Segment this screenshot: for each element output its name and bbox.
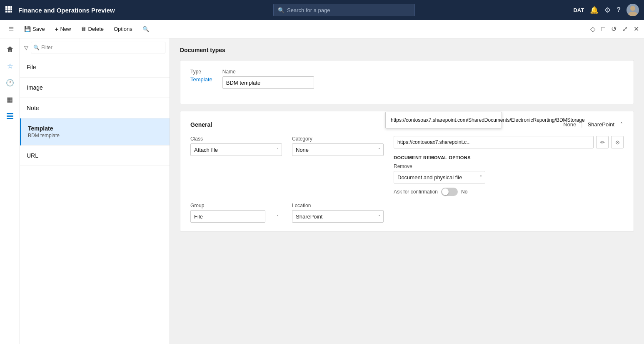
location-select[interactable]: SharePoint bbox=[292, 210, 384, 223]
global-search[interactable]: 🔍 Search for a page bbox=[273, 4, 415, 16]
type-name-row: Type Template Name bbox=[190, 69, 624, 89]
diamond-icon-btn[interactable]: ◇ bbox=[589, 23, 597, 35]
name-field-group: Name bbox=[222, 69, 314, 89]
nav-list-icon[interactable] bbox=[2, 108, 17, 123]
list-panel: ▽ 🔍 File Image Note Template BDM templat… bbox=[20, 38, 170, 344]
ask-confirm-toggle[interactable] bbox=[441, 188, 458, 196]
nav-workspace-icon[interactable]: ▦ bbox=[2, 92, 17, 107]
help-icon[interactable]: ? bbox=[617, 6, 621, 14]
bell-icon[interactable]: 🔔 bbox=[590, 6, 599, 15]
category-label: Category bbox=[292, 136, 384, 142]
filter-input[interactable] bbox=[31, 42, 165, 53]
list-item-image-label: Image bbox=[27, 84, 163, 91]
group-field: Group File ˅ bbox=[190, 203, 282, 223]
hamburger-icon[interactable]: ☰ bbox=[3, 22, 18, 37]
edit-pencil-icon: ✏ bbox=[600, 139, 605, 146]
list-item-url-label: URL bbox=[27, 152, 163, 159]
new-button[interactable]: + New bbox=[51, 24, 75, 34]
general-collapse-btn[interactable]: ˄ bbox=[619, 121, 624, 128]
options-button[interactable]: Options bbox=[110, 24, 137, 34]
location-label: Location bbox=[292, 203, 384, 208]
name-label: Name bbox=[222, 69, 314, 75]
list-item-note-label: Note bbox=[27, 105, 163, 111]
group-label: Group bbox=[190, 203, 282, 208]
save-button[interactable]: 💾 Save bbox=[20, 24, 49, 34]
list-item-note[interactable]: Note bbox=[20, 98, 170, 118]
search-icon: 🔍 bbox=[278, 7, 285, 13]
group-select[interactable]: File bbox=[190, 210, 265, 223]
category-select-wrap: None ˅ bbox=[292, 143, 384, 156]
tab-sharepoint[interactable]: SharePoint bbox=[583, 120, 619, 129]
expand-icon-btn[interactable]: ⤢ bbox=[621, 23, 629, 35]
save-icon: 💾 bbox=[24, 26, 31, 32]
search-cmd-icon: 🔍 bbox=[142, 26, 149, 32]
class-select-wrap: Attach file ˅ bbox=[190, 143, 282, 156]
name-input[interactable] bbox=[222, 76, 314, 89]
delete-button[interactable]: 🗑 Delete bbox=[77, 24, 108, 34]
filter-icon: ▽ bbox=[24, 45, 28, 51]
group-chevron-icon: ˅ bbox=[277, 214, 279, 219]
grid-icon[interactable] bbox=[5, 5, 12, 15]
class-label: Class bbox=[190, 136, 282, 142]
sp-more-btn[interactable]: ⊙ bbox=[611, 136, 624, 148]
sharepoint-tooltip: https://contosoax7.sharepoint.com/Shared… bbox=[385, 112, 502, 128]
type-name-card: Type Template Name bbox=[180, 60, 634, 104]
list-filter-bar: ▽ 🔍 bbox=[20, 38, 170, 57]
tooltip-text: https://contosoax7.sharepoint.com/Shared… bbox=[391, 117, 585, 123]
refresh-icon-btn[interactable]: ↺ bbox=[609, 23, 618, 35]
content-area: Document types Type Template Name Genera… bbox=[170, 38, 644, 344]
svg-point-9 bbox=[630, 6, 635, 11]
new-icon: + bbox=[55, 25, 59, 33]
nav-star-icon[interactable]: ☆ bbox=[2, 58, 17, 73]
list-item-template-sub: BDM template bbox=[28, 133, 163, 138]
delete-icon: 🗑 bbox=[81, 26, 86, 32]
remove-label: Remove bbox=[394, 163, 624, 169]
svg-rect-1 bbox=[8, 6, 10, 8]
new-label: New bbox=[60, 26, 71, 32]
general-title: General bbox=[190, 121, 212, 128]
class-field: Class Attach file ˅ bbox=[190, 136, 282, 156]
search-cmd-button[interactable]: 🔍 bbox=[138, 24, 153, 34]
svg-rect-11 bbox=[7, 113, 13, 114]
svg-rect-0 bbox=[5, 6, 7, 8]
toggle-thumb bbox=[442, 188, 449, 195]
svg-rect-7 bbox=[8, 11, 10, 13]
sp-url-row: ✏ ⊙ bbox=[394, 136, 624, 148]
app-title: Finance and Operations Preview bbox=[18, 7, 115, 14]
toggle-row: Ask for confirmation No bbox=[394, 188, 624, 196]
location-field: Location SharePoint ˅ bbox=[292, 203, 384, 223]
filter-wrap: 🔍 bbox=[31, 42, 165, 53]
settings-icon[interactable]: ⚙ bbox=[604, 6, 611, 15]
ask-confirm-label: Ask for confirmation bbox=[394, 189, 438, 195]
avatar[interactable] bbox=[627, 4, 639, 16]
class-select[interactable]: Attach file bbox=[190, 143, 282, 156]
remove-select-wrap: Document and physical file ˅ bbox=[394, 171, 485, 183]
search-placeholder: Search for a page bbox=[287, 7, 330, 13]
svg-rect-3 bbox=[5, 8, 7, 10]
sp-url-input[interactable] bbox=[394, 136, 594, 148]
side-icon-nav: ☆ 🕐 ▦ bbox=[0, 38, 20, 344]
sp-edit-btn[interactable]: ✏ bbox=[596, 136, 609, 148]
office-icon-btn[interactable]: □ bbox=[599, 24, 607, 35]
svg-rect-13 bbox=[7, 116, 13, 117]
svg-rect-12 bbox=[7, 115, 13, 116]
type-value[interactable]: Template bbox=[190, 76, 212, 83]
removal-title: DOCUMENT REMOVAL OPTIONS bbox=[394, 155, 624, 160]
options-label: Options bbox=[114, 26, 132, 32]
remove-select[interactable]: Document and physical file bbox=[394, 171, 485, 183]
list-item-file[interactable]: File bbox=[20, 57, 170, 78]
svg-rect-4 bbox=[8, 8, 10, 10]
list-item-url[interactable]: URL bbox=[20, 146, 170, 166]
nav-recent-icon[interactable]: 🕐 bbox=[2, 75, 17, 90]
more-circle-icon: ⊙ bbox=[615, 139, 620, 146]
section-title: Document types bbox=[180, 47, 634, 53]
location-select-wrap: SharePoint ˅ bbox=[292, 210, 384, 223]
svg-rect-8 bbox=[10, 11, 12, 13]
category-select[interactable]: None bbox=[292, 143, 384, 156]
list-item-file-label: File bbox=[27, 64, 163, 70]
list-item-image[interactable]: Image bbox=[20, 78, 170, 98]
list-item-template[interactable]: Template BDM template bbox=[20, 118, 170, 146]
close-icon-btn[interactable]: ✕ bbox=[632, 23, 641, 35]
nav-home-icon[interactable] bbox=[2, 42, 17, 57]
list-items: File Image Note Template BDM template UR… bbox=[20, 57, 170, 344]
